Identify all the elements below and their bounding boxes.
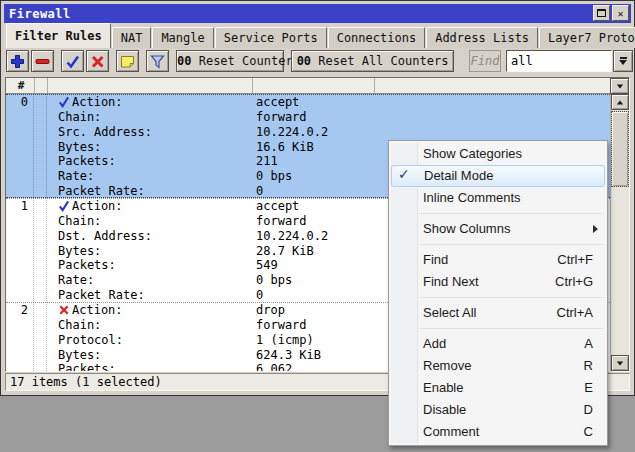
chevron-down-icon — [617, 361, 623, 365]
field-label: Packets: — [58, 362, 116, 371]
field-label: Bytes: — [58, 140, 101, 155]
rule-index: 0 — [6, 95, 28, 110]
filter-button[interactable] — [146, 50, 169, 72]
find-button[interactable]: Find — [469, 50, 501, 72]
column-header-1[interactable] — [48, 78, 253, 93]
reset-counters-prefix: 00 — [177, 54, 191, 68]
tab-layer7-protocols[interactable]: Layer7 Protocols — [539, 27, 635, 48]
field-value: 10.224.0.2 — [256, 229, 328, 244]
maximize-button[interactable] — [593, 5, 610, 21]
tab-mangle[interactable]: Mangle — [152, 27, 213, 48]
field-value: forward — [256, 110, 307, 125]
table-header-row[interactable]: # — [6, 78, 629, 94]
column-header-number[interactable]: # — [8, 78, 35, 93]
remove-button[interactable] — [31, 50, 54, 72]
filter-dropdown-arrow-button[interactable] — [613, 50, 633, 72]
field-value: 16.6 KiB — [256, 140, 314, 155]
menu-item-label: Detail Mode — [424, 168, 493, 183]
disable-button[interactable] — [86, 50, 109, 72]
field-value: accept — [256, 199, 299, 214]
add-button[interactable] — [6, 50, 29, 72]
title-bar[interactable]: Firewall ✕ — [4, 4, 631, 23]
window-title: Firewall — [9, 7, 71, 21]
menu-item-find-next[interactable]: Find NextCtrl+G — [389, 271, 607, 293]
detail-line: Chain:forward — [6, 110, 610, 125]
drop-icon — [58, 304, 70, 316]
scroll-up-button[interactable] — [611, 94, 629, 110]
menu-item-label: Find Next — [423, 274, 479, 289]
enable-button[interactable] — [61, 50, 84, 72]
field-value: 6,062 — [256, 362, 292, 371]
reset-counters-label: Reset Counters — [199, 54, 300, 68]
menu-separator — [420, 297, 603, 298]
dropdown-bar-icon — [620, 57, 627, 59]
note-icon — [119, 53, 136, 70]
field-label: Src. Address: — [58, 125, 152, 140]
menu-item-shortcut: Ctrl+A — [557, 302, 593, 323]
field-label: Protocol: — [58, 333, 123, 348]
tab-nat[interactable]: NAT — [112, 27, 152, 48]
field-label: Packets: — [58, 258, 116, 273]
submenu-arrow-icon — [593, 225, 598, 233]
field-value: 10.224.0.2 — [256, 125, 328, 140]
reset-all-counters-button[interactable]: 00 Reset All Counters — [291, 50, 454, 72]
filter-dropdown[interactable]: all — [506, 50, 612, 72]
menu-item-select-all[interactable]: Select AllCtrl+A — [389, 302, 607, 324]
tab-connections[interactable]: Connections — [328, 27, 425, 48]
reset-counters-button[interactable]: 00 Reset Counters — [176, 50, 284, 72]
menu-item-add[interactable]: AddA — [389, 333, 607, 355]
check-icon — [64, 53, 81, 70]
vertical-scrollbar[interactable] — [610, 94, 629, 371]
scroll-down-button[interactable] — [611, 355, 629, 371]
field-value: 211 — [256, 154, 278, 169]
menu-item-label: Remove — [423, 358, 471, 373]
field-label: Packets: — [58, 154, 116, 169]
menu-item-comment[interactable]: CommentC — [389, 421, 607, 443]
accept-icon — [58, 96, 70, 108]
menu-item-label: Show Columns — [423, 221, 510, 236]
detail-line: Src. Address:10.224.0.2 — [6, 125, 610, 140]
menu-item-find[interactable]: FindCtrl+F — [389, 249, 607, 271]
menu-item-label: Add — [423, 336, 446, 351]
field-value: 549 — [256, 258, 278, 273]
tab-filter-rules[interactable]: Filter Rules — [6, 23, 111, 48]
menu-item-disable[interactable]: DisableD — [389, 399, 607, 421]
tab-address-lists[interactable]: Address Lists — [426, 27, 538, 48]
detail-line: 0Action:accept — [6, 95, 610, 110]
menu-item-show-columns[interactable]: Show Columns — [389, 218, 607, 240]
menu-item-inline-comments[interactable]: Inline Comments — [389, 187, 607, 209]
menu-item-label: Comment — [423, 424, 479, 439]
funnel-icon — [149, 53, 166, 70]
menu-item-enable[interactable]: EnableE — [389, 377, 607, 399]
menu-separator — [420, 328, 603, 329]
field-value: 0 — [256, 184, 263, 199]
field-label: Packet Rate: — [58, 288, 145, 303]
menu-item-shortcut: Ctrl+G — [555, 271, 593, 292]
column-header-flags[interactable] — [35, 78, 48, 93]
rule-index: 2 — [6, 303, 28, 318]
field-label: Bytes: — [58, 244, 101, 259]
tab-bar: Filter RulesNATMangleService PortsConnec… — [4, 23, 631, 48]
field-label: Packet Rate: — [58, 184, 145, 199]
tab-service-ports[interactable]: Service Ports — [215, 27, 327, 48]
column-header-3[interactable] — [375, 78, 629, 93]
column-header-2[interactable] — [253, 78, 375, 93]
close-icon: ✕ — [617, 8, 623, 19]
column-selector-button[interactable] — [610, 78, 629, 94]
field-value: 0 bps — [256, 169, 292, 184]
close-button[interactable]: ✕ — [612, 5, 629, 21]
menu-item-show-categories[interactable]: Show Categories — [389, 143, 607, 165]
menu-item-label: Inline Comments — [423, 190, 521, 205]
menu-item-remove[interactable]: RemoveR — [389, 355, 607, 377]
scrollbar-thumb[interactable] — [611, 111, 629, 187]
field-label: Chain: — [58, 110, 101, 125]
menu-item-detail-mode[interactable]: ✓Detail Mode — [391, 165, 605, 187]
context-menu: Show Categories✓Detail ModeInline Commen… — [388, 140, 608, 446]
menu-item-shortcut: C — [584, 421, 593, 442]
comment-button[interactable] — [116, 50, 139, 72]
desktop-background: Firewall ✕ Filter RulesNATMangleService … — [0, 0, 635, 452]
field-label: Action: — [72, 199, 123, 214]
field-value: 0 bps — [256, 273, 292, 288]
menu-separator — [420, 244, 603, 245]
menu-item-label: Disable — [423, 402, 466, 417]
